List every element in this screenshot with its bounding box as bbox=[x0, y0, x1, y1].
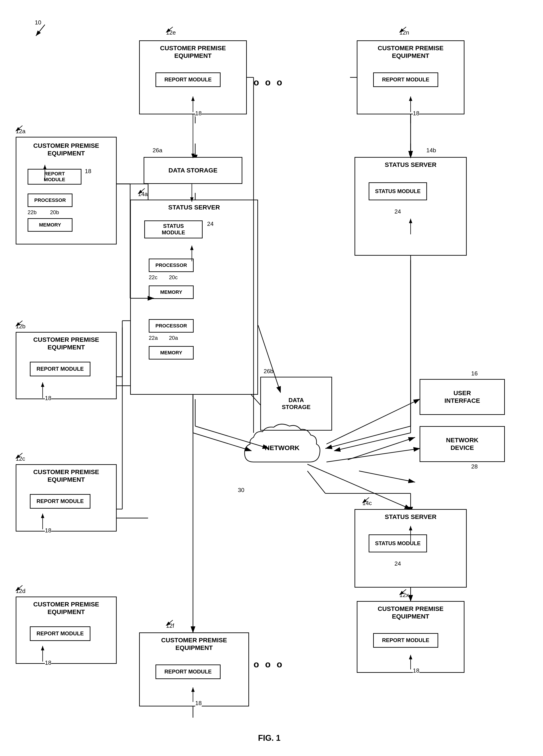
data-storage-26a-box: DATA STORAGE bbox=[144, 157, 242, 184]
label-26a: 26a bbox=[152, 147, 162, 154]
ref-24-14b: 24 bbox=[395, 208, 401, 215]
label-26b: 26b bbox=[263, 368, 273, 375]
status-server-14b-title: STATUS SERVER bbox=[355, 161, 466, 169]
arrow-18-12d bbox=[39, 645, 46, 663]
svg-line-66 bbox=[399, 27, 406, 33]
arrow-12n bbox=[396, 26, 410, 35]
svg-line-60 bbox=[138, 188, 145, 194]
svg-line-54 bbox=[166, 27, 173, 33]
svg-line-100 bbox=[327, 449, 420, 462]
svg-line-99 bbox=[327, 399, 420, 444]
ref-20c: 20c bbox=[169, 274, 178, 281]
cpe-12d-box: CUSTOMER PREMISEEQUIPMENT REPORT MODULE bbox=[16, 597, 117, 664]
data-storage-26a-title: DATA STORAGE bbox=[168, 167, 217, 174]
arrow-12c bbox=[12, 452, 26, 461]
arrow-status-14b bbox=[407, 218, 414, 235]
arrow-12n-14b bbox=[407, 113, 414, 160]
status-server-14a-box: STATUS SERVER STATUSMODULE 24 PROCESSOR … bbox=[130, 200, 258, 395]
svg-line-82 bbox=[166, 620, 173, 626]
arrow-12a bbox=[12, 124, 26, 133]
ref-22c: 22c bbox=[149, 274, 157, 281]
svg-line-26 bbox=[359, 471, 415, 482]
arrow-12e-to-26a bbox=[189, 113, 196, 160]
network-device-box: NETWORKDEVICE bbox=[420, 426, 505, 462]
ref-24-14a: 24 bbox=[207, 220, 213, 227]
svg-line-24 bbox=[325, 426, 411, 449]
memory-20c-box: MEMORY bbox=[149, 285, 194, 299]
ref-22b: 22b bbox=[28, 209, 37, 216]
arrow-18-12a bbox=[41, 164, 48, 182]
dots-bottom: o o o bbox=[253, 659, 284, 669]
network-device-title: NETWORKDEVICE bbox=[446, 436, 479, 451]
report-module-12b-box: REPORT MODULE bbox=[30, 362, 90, 376]
arrow-10 bbox=[31, 22, 49, 40]
report-module-12a-box: REPORTMODULE bbox=[28, 169, 81, 185]
arrow-12f bbox=[163, 619, 176, 628]
processor-12a-box: PROCESSOR bbox=[28, 194, 72, 207]
arrow-18-12b bbox=[39, 381, 46, 399]
svg-line-46 bbox=[16, 453, 22, 459]
arrow-12d bbox=[12, 584, 26, 593]
status-module-14c-box: STATUS MODULE bbox=[369, 534, 427, 552]
report-module-12c-box: REPORT MODULE bbox=[30, 494, 90, 509]
arrow-14a bbox=[135, 187, 148, 196]
cpe-12c-box: CUSTOMER PREMISEEQUIPMENT REPORT MODULE bbox=[16, 464, 117, 532]
report-module-12d-box: REPORT MODULE bbox=[30, 626, 90, 641]
network-cloud: NETWORK bbox=[235, 417, 325, 484]
report-module-12f-box: REPORT MODULE bbox=[155, 664, 220, 679]
user-interface-box: USERINTERFACE bbox=[420, 379, 505, 415]
data-storage-26b-title: DATASTORAGE bbox=[282, 397, 311, 411]
arrow-18-12n bbox=[407, 95, 414, 113]
report-module-12n-box: REPORT MODULE bbox=[373, 72, 438, 87]
svg-line-25 bbox=[348, 437, 415, 460]
svg-line-78 bbox=[399, 589, 406, 595]
ref-22a: 22a bbox=[149, 335, 158, 341]
report-module-12x-box: REPORT MODULE bbox=[373, 633, 438, 648]
cpe-12a-box: CUSTOMER PREMISE EQUIPMENT REPORTMODULE … bbox=[16, 137, 117, 244]
ref-18-12a: 18 bbox=[85, 168, 91, 175]
ref-20b: 20b bbox=[50, 209, 59, 216]
arrow-18-12e bbox=[189, 95, 196, 113]
processor-22c-box: PROCESSOR bbox=[149, 259, 194, 272]
cpe-12b-box: CUSTOMER PREMISEEQUIPMENT REPORT MODULE bbox=[16, 332, 117, 399]
label-16: 16 bbox=[471, 370, 478, 377]
status-server-14b-box: STATUS SERVER STATUS MODULE 24 bbox=[355, 157, 467, 256]
cpe-12b-title: CUSTOMER PREMISEEQUIPMENT bbox=[16, 336, 116, 351]
arrow-14c bbox=[359, 496, 373, 505]
svg-line-50 bbox=[16, 585, 22, 591]
user-interface-title: USERINTERFACE bbox=[445, 389, 480, 404]
memory-20a-box: MEMORY bbox=[149, 346, 194, 359]
figure-caption: FIG. 1 bbox=[213, 733, 325, 743]
ref-24-14c: 24 bbox=[395, 560, 401, 567]
ref-20a: 20a bbox=[169, 335, 178, 341]
arrow-18-12c bbox=[39, 512, 46, 530]
status-server-14a-title: STATUS SERVER bbox=[131, 204, 257, 211]
label-14b: 14b bbox=[426, 147, 436, 154]
arrow-12b bbox=[12, 320, 26, 329]
status-module-14a-box: STATUSMODULE bbox=[144, 220, 202, 238]
status-server-14c-title: STATUS SERVER bbox=[355, 513, 466, 521]
cpe-12x-title: CUSTOMER PREMISEEQUIPMENT bbox=[358, 605, 464, 620]
cpe-12e-title: CUSTOMER PREMISEEQUIPMENT bbox=[140, 44, 246, 59]
cpe-12n-title: CUSTOMER PREMISEEQUIPMENT bbox=[358, 44, 464, 59]
status-module-14b-box: STATUS MODULE bbox=[369, 182, 427, 200]
status-server-14c-box: STATUS SERVER STATUS MODULE 24 bbox=[355, 509, 467, 588]
svg-line-38 bbox=[16, 126, 22, 131]
dots-top: o o o bbox=[253, 77, 284, 87]
memory-12a-box: MEMORY bbox=[28, 218, 72, 232]
network-label: NETWORK bbox=[265, 444, 300, 452]
svg-line-35 bbox=[36, 25, 45, 36]
cpe-12a-title: CUSTOMER PREMISE EQUIPMENT bbox=[16, 142, 116, 157]
cpe-12c-title: CUSTOMER PREMISEEQUIPMENT bbox=[16, 468, 116, 483]
arrow-18-12x bbox=[407, 654, 414, 671]
arrow-18-12f bbox=[189, 686, 196, 703]
cpe-12f-title: CUSTOMER PREMISEEQUIPMENT bbox=[140, 636, 248, 651]
report-module-12e-box: REPORT MODULE bbox=[155, 72, 220, 87]
cpe-12d-title: CUSTOMER PREMISEEQUIPMENT bbox=[16, 601, 116, 616]
arrow-status-14a bbox=[188, 244, 195, 262]
diagram: 10 CUSTOMER PREMISE EQUIPMENT REPORTMODU… bbox=[0, 0, 543, 756]
svg-line-74 bbox=[362, 497, 369, 503]
svg-line-98 bbox=[334, 433, 411, 451]
label-30: 30 bbox=[238, 487, 244, 494]
svg-line-42 bbox=[16, 321, 22, 326]
